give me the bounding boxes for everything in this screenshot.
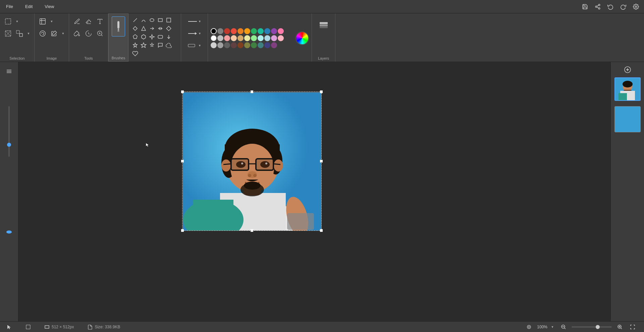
menu-file[interactable]: File — [3, 3, 16, 10]
rectangular-select-btn[interactable] — [3, 16, 13, 27]
shape-cloud-btn[interactable] — [165, 41, 173, 49]
layer-thumbnail-1[interactable] — [614, 77, 641, 101]
line-style-btn[interactable]: ▼ — [186, 16, 203, 27]
color-peach[interactable] — [231, 35, 237, 41]
fullscreen-btn[interactable] — [628, 322, 637, 332]
color-red-dark[interactable] — [224, 28, 230, 34]
pencil-btn[interactable] — [72, 16, 83, 27]
canvas-area[interactable] — [18, 62, 610, 321]
image-more2-btn[interactable]: ▼ — [60, 28, 66, 39]
color-green[interactable] — [251, 28, 257, 34]
shape-star5-btn[interactable] — [131, 41, 139, 49]
image-effects-btn[interactable] — [37, 28, 48, 39]
text-btn[interactable] — [95, 16, 105, 27]
color-silver[interactable] — [217, 35, 223, 41]
selection-label: Selection — [9, 56, 24, 60]
zoom-in-btn[interactable] — [615, 322, 625, 332]
shape-heart-btn[interactable] — [131, 50, 139, 58]
shape-line-btn[interactable] — [131, 16, 139, 24]
shape-pentagon-btn[interactable] — [131, 33, 139, 41]
color-dkgray[interactable] — [224, 42, 230, 48]
color-teal[interactable] — [258, 28, 264, 34]
shape-triangle-btn[interactable] — [140, 24, 148, 32]
shape-star6-btn[interactable] — [140, 41, 148, 49]
brush-size-thumb[interactable] — [7, 143, 11, 147]
zoom-out-btn[interactable] — [559, 322, 568, 332]
color-plum[interactable] — [271, 35, 277, 41]
brushes-section: Brushes — [108, 13, 128, 62]
shape-rhombus-btn[interactable] — [131, 24, 139, 32]
color-mauve[interactable] — [271, 42, 277, 48]
save-button[interactable] — [580, 2, 590, 11]
color-aqua[interactable] — [258, 35, 264, 41]
color-green-light[interactable] — [251, 35, 257, 41]
shape-star4-btn[interactable] — [148, 33, 156, 41]
color-pick-btn[interactable] — [83, 28, 94, 39]
shape-diamond-btn[interactable] — [165, 24, 173, 32]
menu-view[interactable]: View — [42, 3, 57, 10]
shape-arrow-btn[interactable] — [148, 24, 156, 32]
color-brown[interactable] — [237, 42, 244, 48]
menu-edit[interactable]: Edit — [22, 3, 35, 10]
shape-rounded-btn[interactable] — [156, 33, 164, 41]
color-spectrum-btn[interactable] — [296, 31, 309, 45]
shape-hex-btn[interactable] — [140, 33, 148, 41]
shape-arr-down-btn[interactable] — [165, 33, 173, 41]
color-white[interactable] — [211, 35, 217, 41]
zoom-thumb[interactable] — [596, 325, 600, 329]
color-brown-dark[interactable] — [231, 42, 237, 48]
shape-star-outline-btn[interactable] — [148, 41, 156, 49]
color-rose[interactable] — [278, 35, 284, 41]
color-orange[interactable] — [237, 28, 244, 34]
add-layer-button[interactable] — [623, 65, 633, 75]
shape-arrow2-btn[interactable] — [156, 24, 164, 32]
shape-circle-btn[interactable] — [148, 16, 156, 24]
selection-deselect-btn[interactable] — [3, 28, 13, 39]
color-ltgray[interactable] — [211, 42, 217, 48]
color-khaki[interactable] — [244, 35, 250, 41]
image-scale-btn[interactable] — [37, 16, 48, 27]
color-mdgray[interactable] — [217, 42, 223, 48]
color-pink[interactable] — [278, 28, 284, 34]
selection-more2-btn[interactable]: ▼ — [25, 28, 32, 39]
color-gray[interactable] — [217, 28, 223, 34]
zoom-slider[interactable] — [572, 326, 612, 328]
fill-btn[interactable] — [72, 28, 83, 39]
undo-button[interactable] — [606, 2, 615, 11]
zoom-btn[interactable] — [95, 28, 105, 39]
color-navy[interactable] — [264, 42, 270, 48]
color-red[interactable] — [231, 28, 237, 34]
color-blue[interactable] — [264, 28, 270, 34]
share-button[interactable] — [593, 2, 602, 11]
selection-more-btn[interactable]: ▼ — [14, 16, 20, 27]
redo-button[interactable] — [619, 2, 628, 11]
view-icon-btn[interactable] — [524, 322, 534, 332]
color-swatch[interactable] — [614, 106, 641, 132]
line-opacity-btn[interactable]: ▼ — [186, 40, 203, 51]
zoom-dropdown-btn[interactable]: ▼ — [549, 324, 555, 330]
eraser-btn[interactable] — [83, 16, 94, 27]
color-black[interactable] — [211, 28, 217, 34]
color-yellow[interactable] — [244, 28, 250, 34]
shape-curve-btn[interactable] — [140, 16, 148, 24]
color-pink-light[interactable] — [224, 35, 230, 41]
image-more-btn[interactable]: ▼ — [49, 16, 55, 27]
brush-size-slider[interactable] — [8, 106, 10, 157]
shape-speech-btn[interactable] — [156, 41, 164, 49]
selection-expand-btn[interactable] — [14, 28, 25, 39]
shape-rect-btn[interactable] — [156, 16, 164, 24]
line-end-style-btn[interactable]: ▼ — [186, 28, 203, 39]
color-purple[interactable] — [271, 28, 277, 34]
color-olive[interactable] — [244, 42, 250, 48]
color-forest[interactable] — [251, 42, 257, 48]
color-teal-dk[interactable] — [258, 42, 264, 48]
color-blue-light[interactable] — [264, 35, 270, 41]
lines-tool-btn[interactable] — [2, 65, 16, 78]
svg-point-1 — [595, 6, 597, 7]
shape-rect2-btn[interactable] — [165, 16, 173, 24]
image-adjust-btn[interactable] — [49, 28, 59, 39]
brush-main-btn[interactable] — [112, 16, 125, 37]
layers-btn[interactable] — [316, 16, 332, 32]
settings-button[interactable] — [631, 2, 641, 11]
color-tan[interactable] — [237, 35, 244, 41]
